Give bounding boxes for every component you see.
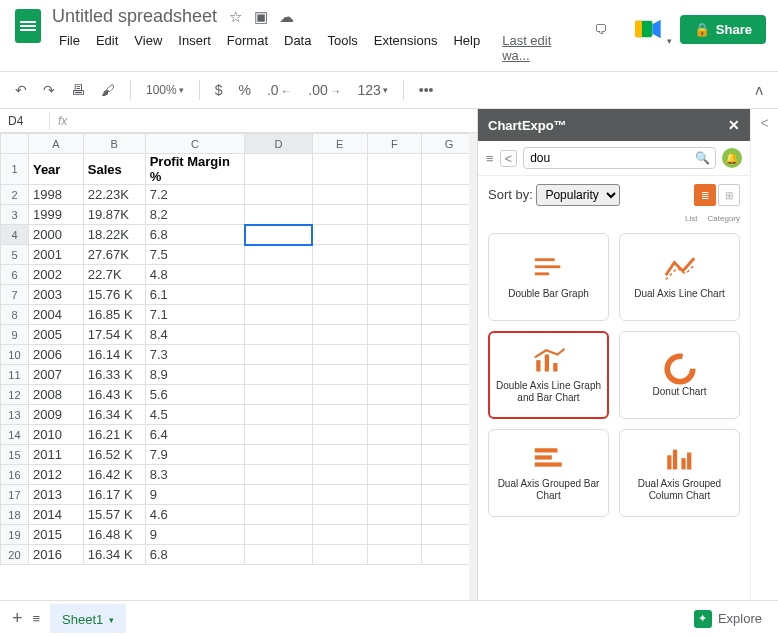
close-panel-button[interactable]: ✕ xyxy=(728,117,740,133)
cell[interactable] xyxy=(367,385,422,405)
row-header[interactable]: 9 xyxy=(1,325,29,345)
cell[interactable] xyxy=(312,525,367,545)
cell[interactable] xyxy=(367,445,422,465)
cell[interactable]: 15.57 K xyxy=(83,505,145,525)
decrease-decimal-button[interactable]: .0← xyxy=(262,78,297,102)
doc-title[interactable]: Untitled spreadsheet xyxy=(52,6,217,27)
all-sheets-button[interactable]: ≡ xyxy=(33,611,41,626)
print-button[interactable]: 🖶 xyxy=(66,78,90,102)
menu-format[interactable]: Format xyxy=(220,31,275,65)
redo-button[interactable]: ↷ xyxy=(38,78,60,102)
row-header[interactable]: 2 xyxy=(1,185,29,205)
cell[interactable] xyxy=(245,485,313,505)
cell[interactable]: 22.23K xyxy=(83,185,145,205)
sheet-tab[interactable]: Sheet1 ▾ xyxy=(50,604,126,633)
col-header-E[interactable]: E xyxy=(312,134,367,154)
row-header[interactable]: 12 xyxy=(1,385,29,405)
cell[interactable] xyxy=(367,545,422,565)
cell[interactable] xyxy=(312,325,367,345)
col-header-F[interactable]: F xyxy=(367,134,422,154)
cell[interactable] xyxy=(312,545,367,565)
row-header[interactable]: 16 xyxy=(1,465,29,485)
currency-button[interactable]: $ xyxy=(210,78,228,102)
cell[interactable]: 16.17 K xyxy=(83,485,145,505)
cell[interactable] xyxy=(312,154,367,185)
cell[interactable] xyxy=(245,154,313,185)
cell[interactable] xyxy=(312,485,367,505)
cell[interactable]: 4.6 xyxy=(145,505,245,525)
cell[interactable]: 18.22K xyxy=(83,225,145,245)
cell[interactable] xyxy=(245,285,313,305)
cell[interactable]: 2011 xyxy=(28,445,83,465)
row-header[interactable]: 15 xyxy=(1,445,29,465)
add-sheet-button[interactable]: + xyxy=(12,608,23,629)
cell[interactable]: 17.54 K xyxy=(83,325,145,345)
cell[interactable]: 16.21 K xyxy=(83,425,145,445)
zoom-select[interactable]: 100% ▾ xyxy=(141,79,189,101)
cell[interactable]: 16.14 K xyxy=(83,345,145,365)
cell[interactable] xyxy=(367,285,422,305)
cell[interactable]: 2000 xyxy=(28,225,83,245)
row-header[interactable]: 1 xyxy=(1,154,29,185)
cell[interactable]: 2016 xyxy=(28,545,83,565)
panel-menu-icon[interactable]: ≡ xyxy=(486,151,494,166)
cell[interactable]: 7.3 xyxy=(145,345,245,365)
cell[interactable]: 7.9 xyxy=(145,445,245,465)
cell[interactable] xyxy=(312,305,367,325)
cell[interactable] xyxy=(245,505,313,525)
cell[interactable]: 16.42 K xyxy=(83,465,145,485)
cell[interactable] xyxy=(367,425,422,445)
percent-button[interactable]: % xyxy=(234,78,256,102)
chart-card[interactable]: Dual Axis Grouped Bar Chart xyxy=(488,429,609,517)
sheets-logo[interactable] xyxy=(8,6,48,46)
cell[interactable] xyxy=(367,505,422,525)
cell[interactable] xyxy=(367,345,422,365)
menu-tools[interactable]: Tools xyxy=(320,31,364,65)
cell[interactable]: 19.87K xyxy=(83,205,145,225)
row-header[interactable]: 10 xyxy=(1,345,29,365)
cell[interactable] xyxy=(245,305,313,325)
cell[interactable] xyxy=(245,205,313,225)
last-edit-link[interactable]: Last edit wa... xyxy=(495,31,584,65)
cell[interactable]: 9 xyxy=(145,525,245,545)
increase-decimal-button[interactable]: .00→ xyxy=(303,78,346,102)
cell[interactable] xyxy=(367,245,422,265)
cell[interactable]: 16.34 K xyxy=(83,405,145,425)
cell[interactable] xyxy=(312,445,367,465)
chart-card[interactable]: Double Axis Line Graph and Bar Chart xyxy=(488,331,609,419)
cell[interactable] xyxy=(312,285,367,305)
row-header[interactable]: 20 xyxy=(1,545,29,565)
cell[interactable] xyxy=(367,325,422,345)
cell[interactable] xyxy=(367,405,422,425)
chart-card[interactable]: Dual Axis Grouped Column Chart xyxy=(619,429,740,517)
menu-file[interactable]: File xyxy=(52,31,87,65)
cell[interactable] xyxy=(312,185,367,205)
comment-history-icon[interactable]: 🗨 xyxy=(584,12,618,46)
move-folder-icon[interactable]: ▣ xyxy=(254,8,268,25)
row-header[interactable]: 14 xyxy=(1,425,29,445)
menu-data[interactable]: Data xyxy=(277,31,318,65)
cell[interactable]: 4.8 xyxy=(145,265,245,285)
cell[interactable]: 2009 xyxy=(28,405,83,425)
cell[interactable] xyxy=(312,225,367,245)
side-rail-collapse-button[interactable]: < xyxy=(760,115,768,600)
row-header[interactable]: 18 xyxy=(1,505,29,525)
cell[interactable] xyxy=(367,225,422,245)
cell[interactable] xyxy=(312,245,367,265)
cell[interactable]: 2015 xyxy=(28,525,83,545)
cell[interactable]: 6.1 xyxy=(145,285,245,305)
cell[interactable]: 8.4 xyxy=(145,325,245,345)
cell[interactable]: 2007 xyxy=(28,365,83,385)
cell[interactable]: 16.34 K xyxy=(83,545,145,565)
more-toolbar-button[interactable]: ••• xyxy=(414,78,439,102)
menu-help[interactable]: Help xyxy=(446,31,487,65)
undo-button[interactable]: ↶ xyxy=(10,78,32,102)
cell[interactable]: Sales xyxy=(83,154,145,185)
cell[interactable]: 7.2 xyxy=(145,185,245,205)
cell[interactable]: 4.5 xyxy=(145,405,245,425)
cell[interactable]: 2001 xyxy=(28,245,83,265)
col-header-A[interactable]: A xyxy=(28,134,83,154)
cell[interactable] xyxy=(245,265,313,285)
sort-select[interactable]: Popularity xyxy=(536,184,620,206)
cell[interactable] xyxy=(245,545,313,565)
